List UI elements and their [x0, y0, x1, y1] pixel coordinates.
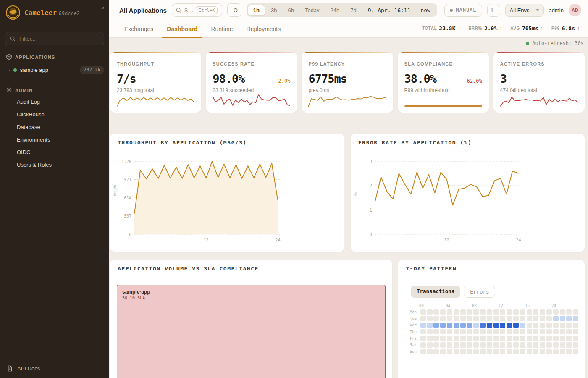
heatmap-cell[interactable] [454, 349, 459, 354]
heatmap-cell[interactable] [454, 342, 459, 348]
heatmap-cell[interactable] [480, 323, 486, 328]
heatmap-cell[interactable] [433, 336, 439, 341]
time-range-1h[interactable]: 1h [247, 5, 265, 16]
heatmap-cell[interactable] [540, 349, 545, 354]
heatmap-cell[interactable] [420, 309, 426, 315]
heatmap-cell[interactable] [527, 342, 532, 348]
heatmap-cell[interactable] [546, 342, 552, 348]
heatmap-cell[interactable] [427, 329, 433, 334]
toggle-transactions[interactable]: Transactions [411, 286, 460, 298]
connection-status-pill[interactable]: O [227, 3, 242, 17]
heatmap-cell[interactable] [473, 336, 479, 341]
heatmap-cell[interactable] [513, 329, 519, 334]
heatmap-cell[interactable] [546, 316, 552, 321]
tab-exchanges[interactable]: Exchanges [118, 21, 160, 37]
heatmap-cell[interactable] [500, 309, 505, 315]
heatmap-cell[interactable] [487, 329, 492, 334]
heatmap-cell[interactable] [520, 349, 525, 354]
heatmap-cell[interactable] [533, 329, 538, 334]
heatmap-cell[interactable] [507, 323, 512, 328]
heatmap-cell[interactable] [533, 336, 538, 341]
kpi-card-sla-compliance[interactable]: SLA COMPLIANCE 38.0%-62.0% P99 within th… [398, 52, 489, 113]
heatmap-cell[interactable] [440, 349, 446, 354]
sidebar-item-sample-app[interactable]: › sample app 207.2k [0, 63, 109, 77]
toggle-errors[interactable]: Errors [464, 286, 495, 298]
heatmap-cell[interactable] [454, 329, 459, 334]
heatmap-cell[interactable] [520, 342, 525, 348]
manual-refresh-button[interactable]: MANUAL [444, 4, 482, 17]
heatmap-cell[interactable] [420, 336, 426, 341]
heatmap-cell[interactable] [460, 329, 466, 334]
heatmap-cell[interactable] [494, 342, 499, 348]
heatmap-cell[interactable] [447, 309, 452, 315]
heatmap-cell[interactable] [553, 349, 559, 354]
heatmap-cell[interactable] [553, 342, 559, 348]
avatar[interactable]: AD [569, 4, 581, 16]
heatmap-cell[interactable] [460, 309, 466, 315]
heatmap-cell[interactable] [427, 349, 433, 354]
sidebar-item-environments[interactable]: Environments [0, 134, 109, 146]
heatmap-cell[interactable] [507, 316, 512, 321]
heatmap-cell[interactable] [533, 349, 538, 354]
heatmap-cell[interactable] [473, 342, 479, 348]
heatmap-cell[interactable] [427, 309, 433, 315]
heatmap-cell[interactable] [573, 349, 578, 354]
heatmap-cell[interactable] [546, 349, 552, 354]
heatmap-cell[interactable] [527, 329, 532, 334]
treemap-rect-sample-app[interactable]: sample-app 38.1% SLA [117, 285, 386, 378]
heatmap-cell[interactable] [540, 342, 545, 348]
heatmap-cell[interactable] [546, 329, 552, 334]
heatmap-cell[interactable] [553, 336, 559, 341]
heatmap-cell[interactable] [420, 349, 426, 354]
heatmap-cell[interactable] [433, 329, 439, 334]
heatmap-cell[interactable] [487, 336, 492, 341]
filter-input[interactable]: Filter... [5, 32, 104, 45]
heatmap-cell[interactable] [573, 309, 578, 315]
heatmap-cell[interactable] [433, 342, 439, 348]
heatmap-cell[interactable] [487, 309, 492, 315]
heatmap-cell[interactable] [447, 329, 452, 334]
heatmap-cell[interactable] [454, 316, 459, 321]
heatmap-cell[interactable] [494, 323, 499, 328]
kpi-card-throughput[interactable]: THROUGHPUT 7/s– 23.793 msg total [110, 52, 201, 113]
heatmap-cell[interactable] [494, 329, 499, 334]
heatmap-cell[interactable] [527, 336, 532, 341]
time-range-3h[interactable]: 3h [265, 5, 282, 15]
heatmap-cell[interactable] [427, 316, 433, 321]
heatmap-cell[interactable] [427, 323, 433, 328]
heatmap-cell[interactable] [467, 309, 472, 315]
heatmap-cell[interactable] [533, 309, 538, 315]
heatmap-cell[interactable] [560, 329, 565, 334]
kpi-card-success-rate[interactable]: SUCCESS RATE 98.0%-2.0% 23.319 succeeded [206, 52, 297, 113]
heatmap-cell[interactable] [433, 309, 439, 315]
heatmap-cell[interactable] [454, 309, 459, 315]
heatmap-cell[interactable] [447, 316, 452, 321]
heatmap-cell[interactable] [520, 323, 525, 328]
heatmap-cell[interactable] [520, 336, 525, 341]
heatmap-cell[interactable] [513, 336, 519, 341]
heatmap-cell[interactable] [573, 336, 578, 341]
time-range-6h[interactable]: 6h [282, 5, 299, 15]
heatmap-cell[interactable] [480, 349, 486, 354]
heatmap-cell[interactable] [507, 329, 512, 334]
api-docs-link[interactable]: API Docs [0, 359, 109, 378]
heatmap-cell[interactable] [487, 316, 492, 321]
heatmap-cell[interactable] [560, 323, 565, 328]
heatmap-cell[interactable] [546, 336, 552, 341]
heatmap-cell[interactable] [513, 323, 519, 328]
heatmap-cell[interactable] [573, 323, 578, 328]
heatmap-cell[interactable] [473, 316, 479, 321]
heatmap-cell[interactable] [500, 342, 505, 348]
heatmap-cell[interactable] [560, 336, 565, 341]
heatmap-cell[interactable] [460, 342, 466, 348]
heatmap-cell[interactable] [487, 349, 492, 354]
heatmap-cell[interactable] [433, 323, 439, 328]
heatmap-cell[interactable] [494, 336, 499, 341]
heatmap-cell[interactable] [507, 309, 512, 315]
heatmap-cell[interactable] [513, 349, 519, 354]
heatmap-cell[interactable] [427, 336, 433, 341]
chevron-right-icon[interactable]: › [8, 68, 10, 73]
heatmap-cell[interactable] [513, 309, 519, 315]
sidebar-item-clickhouse[interactable]: ClickHouse [0, 108, 109, 121]
heatmap-cell[interactable] [454, 323, 459, 328]
